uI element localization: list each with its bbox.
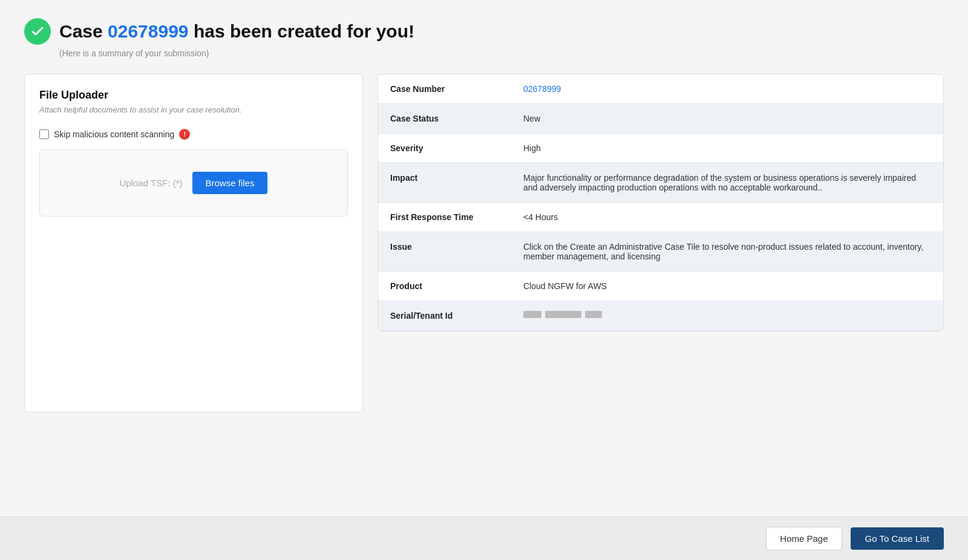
- case-details-table: Case Number02678999Case StatusNewSeverit…: [378, 74, 943, 331]
- upload-drop-zone[interactable]: Upload TSF: (*) Browse files: [39, 149, 348, 217]
- go-to-case-list-button[interactable]: Go To Case List: [851, 527, 944, 550]
- table-row: ImpactMajor functionality or performance…: [378, 163, 943, 203]
- table-row: First Response Time<4 Hours: [378, 203, 943, 232]
- case-number-link[interactable]: 02678999: [523, 84, 561, 94]
- row-value[interactable]: 02678999: [511, 74, 943, 104]
- file-uploader-title: File Uploader: [39, 89, 348, 102]
- row-label: Serial/Tenant Id: [378, 301, 511, 331]
- row-label: Case Status: [378, 104, 511, 134]
- row-value: [511, 301, 943, 331]
- row-label: Severity: [378, 134, 511, 163]
- table-row: IssueClick on the Create an Administrati…: [378, 232, 943, 272]
- success-icon: [24, 18, 51, 45]
- case-details-card: Case Number02678999Case StatusNewSeverit…: [378, 74, 944, 331]
- row-label: Case Number: [378, 74, 511, 104]
- content-row: File Uploader Attach helpful documents t…: [24, 74, 944, 412]
- row-label: First Response Time: [378, 203, 511, 232]
- title-suffix: has been created for you!: [189, 21, 414, 41]
- page-header: Case 02678999 has been created for you!: [24, 18, 944, 45]
- row-label: Issue: [378, 232, 511, 272]
- table-row: Case StatusNew: [378, 104, 943, 134]
- home-page-button[interactable]: Home Page: [766, 527, 842, 550]
- row-value: Major functionality or performance degra…: [511, 163, 943, 203]
- skip-scanning-row: Skip malicious content scanning !: [39, 129, 348, 140]
- blur-block: [545, 311, 581, 318]
- row-value: Cloud NGFW for AWS: [511, 272, 943, 301]
- row-value: High: [511, 134, 943, 163]
- blur-block: [523, 311, 541, 318]
- title-case-number: 02678999: [108, 21, 188, 41]
- skip-scanning-checkbox[interactable]: [39, 129, 49, 139]
- main-content: Case 02678999 has been created for you! …: [0, 0, 968, 516]
- browse-files-button[interactable]: Browse files: [192, 172, 268, 194]
- blur-block: [585, 311, 602, 318]
- row-value: <4 Hours: [511, 203, 943, 232]
- skip-scanning-label: Skip malicious content scanning: [54, 129, 174, 139]
- page-footer: Home Page Go To Case List: [0, 516, 968, 560]
- table-row: SeverityHigh: [378, 134, 943, 163]
- file-uploader-subtitle: Attach helpful documents to assist in yo…: [39, 105, 348, 114]
- row-label: Product: [378, 272, 511, 301]
- file-uploader-card: File Uploader Attach helpful documents t…: [24, 74, 363, 412]
- upload-label: Upload TSF: (*): [120, 178, 183, 188]
- table-row: Serial/Tenant Id: [378, 301, 943, 331]
- table-row: ProductCloud NGFW for AWS: [378, 272, 943, 301]
- warning-icon: !: [179, 129, 190, 140]
- row-value: Click on the Create an Administrative Ca…: [511, 232, 943, 272]
- table-row: Case Number02678999: [378, 74, 943, 104]
- serial-blurred: [523, 311, 931, 318]
- title-prefix: Case: [59, 21, 108, 41]
- page-subtitle: (Here is a summary of your submission): [59, 48, 944, 58]
- row-label: Impact: [378, 163, 511, 203]
- page-title: Case 02678999 has been created for you!: [59, 21, 414, 42]
- row-value: New: [511, 104, 943, 134]
